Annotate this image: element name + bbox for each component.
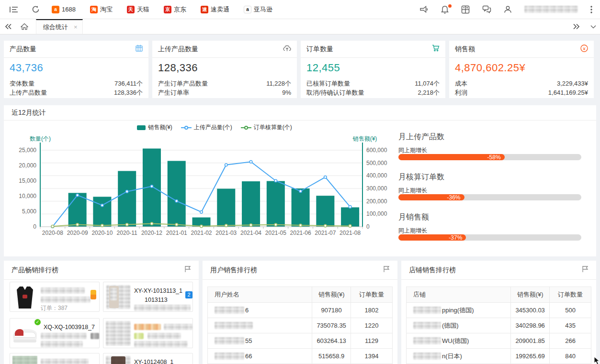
sneaker-image	[12, 320, 38, 346]
sales-value: 603264.13	[312, 333, 351, 349]
速卖通-favicon: 速	[201, 6, 208, 13]
growth-progress-fill: -37%	[398, 234, 466, 241]
sales-value: 345300.03	[511, 303, 550, 318]
platform-tab-1688[interactable]: a1688	[52, 6, 76, 13]
table-row: WU(德国)209001.85266	[407, 333, 591, 349]
svg-text:10,000: 10,000	[19, 193, 36, 199]
orders-value: 1802	[351, 303, 393, 318]
tab-summary-statistics[interactable]: 综合统计 ×	[36, 19, 83, 34]
svg-text:100,000: 100,000	[366, 210, 387, 217]
svg-text:¥: ¥	[582, 46, 586, 51]
collapse-tabs-icon[interactable]	[5, 23, 12, 30]
product-card[interactable]	[10, 353, 100, 364]
collapse-menu-icon[interactable]	[10, 6, 18, 13]
stat-card-value: 43,736	[10, 62, 143, 74]
messages-icon[interactable]	[482, 5, 491, 13]
svg-text:2020-11: 2020-11	[117, 230, 137, 236]
product-rank-panel: 产品畅销排行榜 订单：387XY-XY-1013113_110131132XQ-…	[4, 261, 199, 364]
svg-text:0: 0	[366, 223, 370, 230]
stat-card-title: 上传产品数量	[158, 45, 198, 54]
cart-icon	[432, 44, 440, 54]
redacted-text	[134, 341, 188, 347]
sales-value: 340298.96	[511, 318, 550, 333]
天猫-favicon: 天	[127, 6, 135, 13]
stat-row-label: 取消/待确认订单数量	[306, 88, 364, 97]
expand-tabs-icon[interactable]	[573, 23, 580, 30]
svg-text:25,000: 25,000	[19, 147, 36, 154]
growth-percent: -58%	[487, 154, 501, 161]
column-header: 订单数量	[351, 287, 393, 303]
stat-row-label: 已核算订单数量	[306, 79, 350, 88]
shop-rank-panel: 店铺销售排行榜 店铺销售额(¥)订单数量pping(德国)345300.0350…	[401, 261, 596, 364]
platform-tabs: a1688淘淘宝天天猫京京东速速卖通a亚马逊	[52, 5, 272, 14]
svg-text:2021-03: 2021-03	[215, 230, 237, 236]
platform-tab-淘宝[interactable]: 淘淘宝	[90, 5, 113, 14]
flag-icon[interactable]	[184, 265, 191, 275]
stats-chart-panel: 近12月统计 销售额(¥)上传产品量(个)订单核算量(个) 25,00020,0…	[4, 105, 596, 256]
combo-chart: 25,00020,00015,00010,0005,0000600,000500…	[4, 121, 396, 256]
orders-value: 1394	[351, 349, 393, 364]
orders-value: 840	[550, 349, 591, 364]
stat-row-value: 1,641,169.25¥	[548, 88, 588, 97]
redacted-name	[413, 337, 441, 344]
announcement-icon[interactable]	[419, 5, 429, 13]
stat-row-value: 9%	[282, 88, 291, 97]
platform-tab-亚马逊[interactable]: a亚马逊	[244, 5, 272, 14]
column-header: 用户姓名	[208, 287, 312, 303]
home-icon[interactable]	[21, 23, 28, 30]
growth-percent: -36%	[447, 194, 461, 201]
svg-text:数量(个): 数量(个)	[30, 135, 51, 142]
flag-icon[interactable]	[582, 265, 589, 275]
redacted-name	[215, 337, 244, 344]
flag-icon[interactable]	[383, 265, 390, 275]
tab-close-icon[interactable]: ×	[74, 23, 78, 31]
sales-value: 907180	[312, 303, 351, 318]
stat-row-label: 变体数量	[10, 79, 34, 88]
tab-menu-chevron-icon[interactable]	[590, 25, 596, 29]
name-suffix: 6	[245, 307, 249, 314]
growth-progress-fill: -58%	[398, 154, 505, 160]
svg-text:600,000: 600,000	[366, 147, 387, 154]
more-vertical-icon[interactable]	[590, 6, 592, 13]
notifications-bell-icon[interactable]	[441, 5, 449, 14]
svg-text:2021-04: 2021-04	[240, 230, 261, 236]
platform-tab-速卖通[interactable]: 速速卖通	[201, 5, 229, 14]
product-card[interactable]: XY-XY-1013113_110131132	[103, 282, 193, 312]
growth-sub-label: 同上期增长	[398, 227, 427, 235]
redacted-text	[41, 341, 83, 347]
name-suffix: 55	[245, 337, 252, 344]
name-suffix: 66	[245, 353, 252, 360]
growth-progress-track: -58%	[398, 154, 581, 160]
apps-grid-icon[interactable]	[461, 5, 470, 14]
redacted-text	[91, 333, 99, 339]
redacted-text	[41, 359, 89, 364]
stat-row-value: 3,229,433¥	[557, 79, 588, 88]
refresh-icon[interactable]	[32, 5, 40, 13]
table-row: (德国)340298.96435	[407, 318, 591, 333]
product-rank-title: 产品畅销排行榜	[11, 266, 58, 275]
product-card[interactable]: 订单：387	[10, 282, 100, 312]
platform-tab-京东[interactable]: 京京东	[164, 5, 186, 14]
redacted-text	[41, 333, 87, 339]
redacted-text	[164, 324, 192, 330]
platform-tab-天猫[interactable]: 天天猫	[127, 5, 149, 14]
user-icon[interactable]	[504, 5, 512, 13]
product-card[interactable]	[103, 318, 193, 348]
orders-value: 266	[550, 333, 591, 349]
stat-row-label: 利润	[455, 88, 467, 97]
grid-icon	[136, 44, 143, 54]
stat-row-value: 11,228个	[266, 79, 291, 88]
svg-text:400,000: 400,000	[366, 172, 387, 179]
column-header: 销售额(¥)	[511, 287, 550, 303]
growth-percent: -37%	[449, 234, 462, 241]
sales-value: 209001.85	[511, 333, 550, 349]
stat-row-label: 产生订单率	[158, 88, 189, 97]
stat-card-value: 128,336	[158, 62, 291, 74]
product-card[interactable]: XQ-XQ-1003918_7✓	[10, 318, 100, 348]
redacted-text	[134, 324, 161, 330]
column-header: 订单数量	[550, 287, 591, 303]
name-suffix: n(日本)	[442, 353, 462, 360]
stat-card-value: 12,455	[306, 62, 440, 74]
product-card[interactable]: XY-1012408_11012408	[103, 353, 193, 364]
stand-image	[105, 284, 131, 310]
